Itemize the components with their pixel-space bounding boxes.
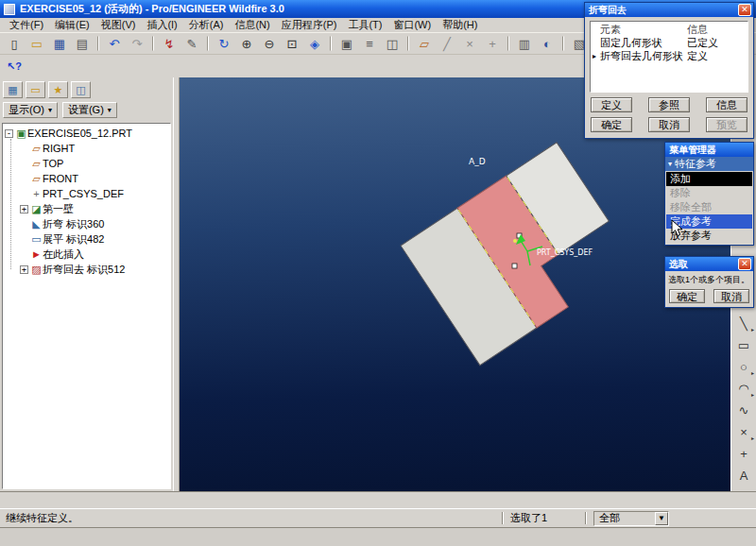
datum-plane-toggle-icon[interactable]: ▱ [414,34,435,53]
app-icon [4,4,15,15]
erase-display-icon[interactable]: ✎ [181,34,202,53]
tree-controls: 显示(O) ▾ 设置(G) ▾ [2,100,171,121]
menu-info[interactable]: 信息(N) [229,18,275,32]
menu-edit[interactable]: 编辑(E) [49,18,95,32]
menu-applications[interactable]: 应用程序(P) [276,18,343,32]
open-file-icon[interactable]: ▭ [26,34,47,53]
view-manager-icon[interactable]: ◫ [382,34,403,53]
tree-item-prt-csys-def[interactable]: + PRT_CSYS_DEF [3,186,170,201]
zoom-in-icon[interactable]: ⊕ [236,34,257,53]
tree-expander-icon[interactable] [20,175,28,183]
menu-window[interactable]: 窗口(W) [387,18,437,32]
context-help-icon[interactable]: ↖? [4,57,25,76]
tree-item-top[interactable]: ▱ TOP [3,156,170,171]
datum-point-marker[interactable] [513,239,517,243]
tree-expander-icon[interactable] [20,250,28,259]
line-tool-icon[interactable]: ╲ ▸ [733,314,754,333]
menu-tools[interactable]: 工具(T) [342,18,387,32]
point-tool-icon[interactable]: × ▸ [733,422,754,442]
datum-csys-toggle-icon[interactable]: + [482,34,503,53]
tree-item-part-root[interactable]: - ▣ EXERCISE05_12.PRT [3,126,170,141]
select-ok-button[interactable]: 确定 [669,289,705,303]
close-icon[interactable]: ✕ [738,258,751,270]
shade-icon[interactable]: ◐ [537,34,558,53]
undo-icon[interactable]: ↶ [104,34,125,53]
menu-help[interactable]: 帮助(H) [437,18,483,32]
print-icon[interactable]: ▤ [72,34,93,53]
selection-filter-combo[interactable]: 全部 ▼ [593,511,669,526]
menu-view[interactable]: 视图(V) [95,18,142,32]
spline-tool-icon[interactable]: ∿ [733,401,754,420]
mm-item-remove[interactable]: 移除 [666,186,752,200]
tree-expander-icon[interactable] [20,145,28,153]
tree-expander-icon[interactable]: + [20,205,28,213]
graphics-viewport[interactable]: A_D PRT_CSYS_DEF [180,77,730,491]
history-tab-icon[interactable]: ◫ [71,81,91,98]
tree-item-icon: ▭ [30,233,43,246]
tree-item-first-wall[interactable]: + ◪ 第一壁 [3,201,170,216]
redo-icon[interactable]: ↷ [127,34,147,53]
select-dialog-titlebar[interactable]: 选取 ✕ [665,257,753,271]
element-row-fixed-geom[interactable]: 固定几何形状 已定义 [593,36,746,49]
flyout-arrow-icon: ▸ [751,326,754,333]
select-cancel-button[interactable]: 取消 [713,289,749,303]
tree-item-bend-back[interactable]: + ▨ 折弯回去 标识512 [3,262,170,277]
tree-expander-icon[interactable] [20,190,28,198]
toolbar-separator [330,36,332,51]
menu-section-feature-refs[interactable]: ▾ 特征参考 [665,157,753,171]
text-tool-icon[interactable]: A [733,466,754,486]
tree-expander-icon[interactable] [20,235,28,244]
annotation-toggle-icon[interactable]: ▥ [514,34,535,53]
regenerate-icon[interactable]: ↯ [159,34,180,53]
rectangle-tool-icon[interactable]: ▭ [733,335,754,355]
tree-expander-icon[interactable]: - [5,129,13,138]
datum-tag-label[interactable]: A_D [469,157,486,166]
tree-expander-icon[interactable] [20,220,28,229]
zoom-out-icon[interactable]: ⊖ [259,34,280,53]
toolbar-separator [562,36,564,51]
tree-expander-icon[interactable]: + [20,265,28,274]
mm-item-add[interactable]: 添加 [666,172,752,186]
define-button[interactable]: 定义 [591,97,632,112]
menu-analysis[interactable]: 分析(A) [183,18,230,32]
layers-icon[interactable]: ≡ [359,34,380,53]
reorient-icon[interactable]: ◈ [304,34,325,53]
new-file-icon[interactable]: ▯ [4,34,25,53]
tree-item-right[interactable]: ▱ RIGHT [3,141,170,156]
tree-expander-icon[interactable] [20,160,28,168]
datum-point-toggle-icon[interactable]: × [459,34,480,53]
refit-icon[interactable]: ⊡ [282,34,302,53]
info-button[interactable]: 信息 [706,97,747,112]
menu-manager-titlebar[interactable]: 菜单管理器 [665,143,753,157]
spin-center-icon[interactable]: ↻ [214,34,234,53]
favorites-tab-icon[interactable]: ★ [48,81,68,98]
model-tree-tab-icon[interactable]: ▦ [3,81,23,98]
folder-browser-tab-icon[interactable]: ▭ [26,81,45,98]
chevron-down-icon[interactable]: ▼ [655,512,668,525]
show-dropdown-button[interactable]: 显示(O) ▾ [3,102,58,118]
mm-item-remove-all[interactable]: 移除全部 [666,200,752,214]
datum-axis-toggle-icon[interactable]: ╱ [437,34,457,53]
ok-button[interactable]: 确定 [591,117,632,132]
cancel-button[interactable]: 取消 [648,117,690,132]
arc-tool-icon[interactable]: ◠ ▸ [733,379,754,399]
refs-button[interactable]: 参照 [648,97,690,112]
toolbar-separator [207,36,209,51]
menu-insert[interactable]: 插入(I) [141,18,182,32]
tree-item-front[interactable]: ▱ FRONT [3,171,170,186]
menu-file[interactable]: 文件(F) [4,18,49,32]
tree-item-bend[interactable]: ◣ 折弯 标识360 [3,216,170,231]
settings-dropdown-button[interactable]: 设置(G) ▾ [62,102,117,118]
csys-tool-icon[interactable]: + [733,444,754,464]
element-row-bendback-geom[interactable]: ▸ 折弯回去几何形状 定义 [593,49,746,62]
toolbar-separator [507,36,509,51]
saved-views-icon[interactable]: ▣ [336,34,357,53]
panel-splitter[interactable] [173,77,180,491]
bend-back-dialog-titlebar[interactable]: 折弯回去 ✕ [585,3,753,17]
close-icon[interactable]: ✕ [738,4,751,16]
tree-item-insert-here[interactable]: ► 在此插入 [3,247,170,262]
save-icon[interactable]: ▦ [49,34,70,53]
circle-tool-icon[interactable]: ○ ▸ [733,357,754,377]
tree-item-unbend[interactable]: ▭ 展平 标识482 [3,231,170,247]
selection-handle-2[interactable] [512,264,517,268]
